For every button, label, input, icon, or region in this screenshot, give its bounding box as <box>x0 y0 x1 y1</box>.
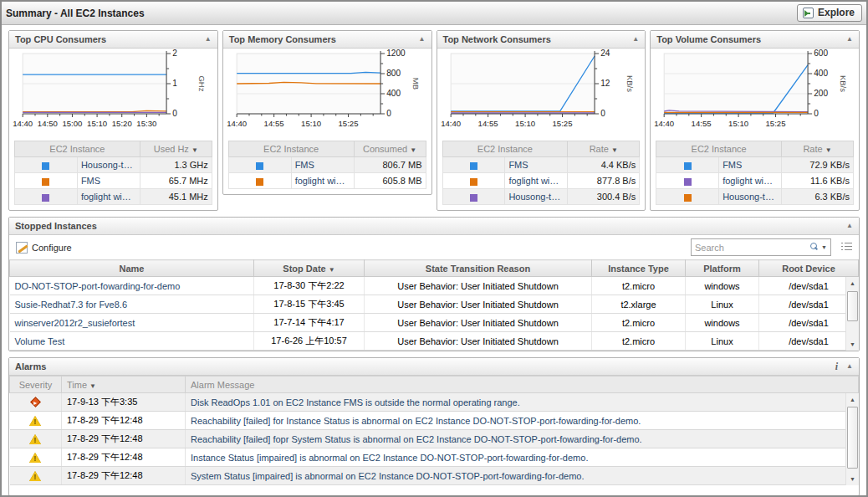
search-input[interactable] <box>695 243 807 253</box>
column-customizer-icon[interactable] <box>841 243 852 252</box>
alarm-row[interactable]: 17-8-29 下午12:48 Reachability [failed] fo… <box>10 412 859 430</box>
metric-value: 11.6 KB/s <box>782 173 854 189</box>
consumer-row[interactable]: FMS 72.9 KB/s <box>656 157 854 173</box>
volume-consumers-table: EC2 Instance Rate▼ FMS 72.9 KB/s <box>656 141 854 205</box>
svg-text:15:25: 15:25 <box>552 119 572 128</box>
consumer-row[interactable]: foglight windo... 605.8 MB <box>228 173 426 189</box>
column-header-reason[interactable]: State Transition Reason <box>365 260 592 277</box>
column-header-instance[interactable]: EC2 Instance <box>442 141 568 157</box>
alarm-row[interactable]: 17-8-29 下午12:48 Instance Status [impaire… <box>10 448 859 467</box>
panel-title: Top Memory Consumers <box>229 34 419 44</box>
stopped-instance-row[interactable]: Volume Test 17-6-26 上午10:57 User Behavio… <box>10 332 859 351</box>
alarm-message[interactable]: Reachability [failed] fopr System Status… <box>191 434 642 444</box>
info-icon[interactable]: i <box>835 361 838 373</box>
consumer-row[interactable]: FMS 4.4 KB/s <box>442 157 640 173</box>
stopped-instance-row[interactable]: Susie-Redhat7.3 for Fve8.6 17-8-15 下午3:4… <box>10 295 859 314</box>
scrollbar-track[interactable] <box>846 289 859 338</box>
alarm-time: 17-8-29 下午12:48 <box>62 430 186 448</box>
series-color-swatch <box>470 178 477 186</box>
alarm-message[interactable]: System Status [impaired] is abnormal on … <box>191 471 585 481</box>
vertical-scrollbar[interactable]: ▲ ▼ <box>845 277 859 351</box>
instance-name[interactable]: FMS <box>505 157 568 173</box>
scrollbar-thumb[interactable] <box>847 291 858 321</box>
instance-name[interactable]: foglight window... <box>505 173 568 189</box>
column-header-instance[interactable]: EC2 Instance <box>656 141 782 157</box>
column-header-value[interactable]: Consumed▼ <box>354 141 426 157</box>
alarm-row[interactable]: 17-9-13 下午3:35 Disk ReadOps 1.01 on EC2 … <box>10 393 859 412</box>
explore-button[interactable]: Explore <box>797 4 862 22</box>
stopped-instance-row[interactable]: winserver2012r2_susiefortest 17-7-14 下午4… <box>10 314 859 332</box>
scrollbar-track[interactable] <box>846 406 859 473</box>
instance-name[interactable]: Housong-test-ap2 <box>77 157 140 173</box>
alarm-message[interactable]: Instance Status [impaired] is abnormal o… <box>191 453 588 463</box>
instance-name-link[interactable]: DO-NOT-STOP-port-fowarding-for-demo <box>15 281 181 291</box>
svg-text:14:40: 14:40 <box>654 119 674 128</box>
consumer-row[interactable]: FMS 65.7 MHz <box>15 173 212 189</box>
column-header-platform[interactable]: Platform <box>686 260 759 277</box>
scroll-up-icon[interactable]: ▲ <box>846 393 859 406</box>
top-consumers-row: Top CPU Consumers ▲ 01214:4014:5015:0015… <box>8 30 860 211</box>
warning-severity-icon <box>29 434 41 444</box>
vertical-scrollbar[interactable]: ▲ ▼ <box>845 393 859 485</box>
scroll-down-icon[interactable]: ▼ <box>846 473 859 485</box>
svg-text:15:10: 15:10 <box>728 119 748 128</box>
alarm-message[interactable]: Reachability [failed] for Instance Statu… <box>191 416 641 426</box>
section-title: Alarms <box>15 361 835 371</box>
metric-value: 65.7 MHz <box>140 173 212 189</box>
consumer-row[interactable]: foglight window... 11.6 KB/s <box>656 173 854 189</box>
column-header-alarm-message[interactable]: Alarm Message <box>186 377 859 393</box>
metric-value: 1.3 GHz <box>140 157 212 173</box>
column-header-value[interactable]: Rate▼ <box>782 141 854 157</box>
collapse-arrow-icon[interactable]: ▲ <box>846 363 853 370</box>
column-header-instance[interactable]: EC2 Instance <box>15 141 140 157</box>
consumer-row[interactable]: Housong-test-ap2 300.4 B/s <box>442 189 640 205</box>
collapse-arrow-icon[interactable]: ▲ <box>419 36 426 43</box>
instance-name[interactable]: FMS <box>719 157 782 173</box>
column-header-root-device[interactable]: Root Device <box>759 260 859 277</box>
search-options-chevron-icon[interactable]: ▼ <box>821 244 827 250</box>
collapse-arrow-icon[interactable]: ▲ <box>846 36 853 43</box>
consumer-row[interactable]: Housong-test-ap2 1.3 GHz <box>15 157 212 173</box>
column-header-value[interactable]: Rate▼ <box>568 141 640 157</box>
svg-text:1200: 1200 <box>386 49 406 59</box>
column-header-severity[interactable]: Severity <box>10 377 62 393</box>
alarm-message[interactable]: Disk ReadOps 1.01 on EC2 Instance FMS is… <box>191 397 520 407</box>
scroll-down-icon[interactable]: ▼ <box>846 338 859 351</box>
instance-name-link[interactable]: winserver2012r2_susiefortest <box>15 318 135 328</box>
collapse-arrow-icon[interactable]: ▲ <box>205 36 212 43</box>
instance-name[interactable]: foglight windo... <box>291 173 354 189</box>
column-header-instance[interactable]: EC2 Instance <box>228 141 354 157</box>
svg-text:15:30: 15:30 <box>136 119 156 128</box>
search-icon[interactable] <box>809 243 819 252</box>
instance-name[interactable]: foglight window... <box>77 189 140 205</box>
column-header-time[interactable]: Time▼ <box>62 377 186 393</box>
scrollbar-thumb[interactable] <box>847 407 858 469</box>
consumer-row[interactable]: Housong-test-ap2 6.3 KB/s <box>656 189 854 205</box>
stop-date-value: 17-8-15 下午3:45 <box>254 295 365 314</box>
scroll-up-icon[interactable]: ▲ <box>846 277 859 289</box>
collapse-arrow-icon[interactable]: ▲ <box>846 223 853 229</box>
consumer-row[interactable]: foglight window... 877.8 B/s <box>442 173 640 189</box>
column-header-stop-date[interactable]: Stop Date▼ <box>254 260 365 277</box>
instance-name[interactable]: Housong-test-ap2 <box>505 189 568 205</box>
column-header-instance-type[interactable]: Instance Type <box>592 260 686 277</box>
instance-name[interactable]: foglight window... <box>719 173 782 189</box>
instance-name-link[interactable]: Susie-Redhat7.3 for Fve8.6 <box>15 300 128 310</box>
column-header-value[interactable]: Used Hz▼ <box>140 141 212 157</box>
collapse-arrow-icon[interactable]: ▲ <box>632 36 639 43</box>
svg-text:200: 200 <box>814 90 828 99</box>
consumer-row[interactable]: foglight window... 45.1 MHz <box>15 189 212 205</box>
alarm-row[interactable]: 17-8-29 下午12:48 Reachability [failed] fo… <box>10 430 859 448</box>
instance-type-value: t2.micro <box>592 314 686 332</box>
instance-name-link[interactable]: Volume Test <box>15 336 65 346</box>
alarm-row[interactable]: 17-8-29 下午12:48 System Status [impaired]… <box>10 467 859 485</box>
configure-button[interactable]: Configure <box>16 242 72 254</box>
instance-name[interactable]: FMS <box>291 157 354 173</box>
instance-name[interactable]: Housong-test-ap2 <box>719 189 782 205</box>
column-header-name[interactable]: Name <box>10 260 254 277</box>
consumer-row[interactable]: FMS 806.7 MB <box>228 157 426 173</box>
svg-text:KB/s: KB/s <box>625 75 634 92</box>
stopped-instance-row[interactable]: DO-NOT-STOP-port-fowarding-for-demo 17-8… <box>10 277 859 295</box>
instance-name[interactable]: FMS <box>77 173 140 189</box>
svg-text:MB: MB <box>411 78 420 90</box>
